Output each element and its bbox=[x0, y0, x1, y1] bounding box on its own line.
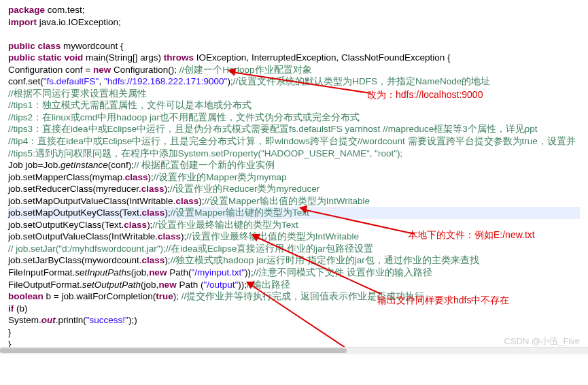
text: (conf); bbox=[108, 160, 134, 170]
comment: //根据不同运行要求设置相关属性 bbox=[8, 88, 147, 99]
string: "/output" bbox=[203, 280, 238, 290]
text: Configuration conf = bbox=[8, 65, 93, 75]
comment: //输出路径 bbox=[247, 280, 290, 290]
comment: //设置作业最终输出键的类型为Text bbox=[152, 220, 298, 230]
code-line: job.setMapperClass(mymap.class);//设置作业的M… bbox=[8, 171, 580, 184]
code-line: Configuration conf = new Configuration()… bbox=[8, 64, 580, 76]
text: (job, bbox=[141, 280, 158, 290]
comment: // 根据配置创建一个新的作业实例 bbox=[134, 160, 275, 170]
keyword: new bbox=[158, 280, 176, 290]
comment: //tips3：直接在idea中或Eclipse中运行，且是伪分布式模式需要配置… bbox=[8, 124, 537, 134]
comment: // job.setJar("d:/myhdfswordcount.jar");… bbox=[8, 244, 373, 254]
keyword: class bbox=[141, 184, 165, 194]
code-line: job.setMapOutputValueClass(IntWritable.c… bbox=[8, 195, 580, 207]
keyword: throws bbox=[164, 52, 194, 63]
code-line: public class mywordcount { bbox=[8, 40, 580, 52]
keyword: if bbox=[8, 303, 14, 314]
comment: //tips5:遇到访问权限问题，在程序中添加System.setPropert… bbox=[8, 148, 402, 158]
code-line: System.out.println("success!");) bbox=[8, 314, 580, 327]
text: job.setOutputValueClass(IntWritable. bbox=[8, 231, 158, 241]
comment: //独立模式或hadoop jar运行时用 指定作业的jar包，通过作业的主类来… bbox=[171, 255, 479, 265]
text: FileInputFormat. bbox=[8, 267, 75, 278]
text: Configuration(); bbox=[111, 65, 179, 75]
comment: //设置文件系统的默认类型为HDFS，并指定NameNode的地址 bbox=[233, 76, 491, 86]
code-line-highlighted: job.setMapOutputKeyClass(Text.class);//设… bbox=[8, 207, 580, 219]
text: job.setMapOutputValueClass(IntWritable. bbox=[8, 196, 175, 206]
code-line: public static void main(String[] args) t… bbox=[8, 52, 580, 64]
code-line: // job.setJar("d:/myhdfswordcount.jar");… bbox=[8, 243, 580, 255]
text: job.setJarByClass(mywordcount. bbox=[8, 255, 142, 265]
code-line: //tips2：在linux或cmd中用hadoop jar也不用配置属性，文件… bbox=[8, 112, 580, 124]
keyword: class bbox=[125, 172, 148, 182]
text: Path( bbox=[167, 267, 191, 278]
text: ); bbox=[165, 184, 170, 194]
keyword: class bbox=[175, 196, 198, 206]
string: "hdfs://192.168.222.171:9000" bbox=[104, 76, 228, 86]
text: );) bbox=[128, 315, 137, 325]
comment: //设置作业的Mapper类为mymap bbox=[154, 172, 287, 182]
code-line: //tips3：直接在idea中或Eclipse中运行，且是伪分布式模式需要配置… bbox=[8, 123, 580, 135]
code-line: job.setJarByClass(mywordcount.class);//独… bbox=[8, 254, 580, 267]
text: } bbox=[8, 327, 12, 337]
text: IOException, InterruptedException, Class… bbox=[194, 52, 450, 63]
code-line: //tip4：直接在idea中或Eclipse中运行，且是完全分布式计算，即wi… bbox=[8, 135, 580, 148]
code-line: Job job=Job.getInstance(conf);// 根据配置创建一… bbox=[8, 159, 580, 171]
text: ); bbox=[165, 255, 170, 265]
static-field: out bbox=[41, 315, 56, 325]
text: FileOutputFormat. bbox=[8, 280, 82, 290]
text: job.setMapperClass(mymap. bbox=[8, 172, 125, 182]
keyword: public class bbox=[8, 41, 60, 51]
string: "fs.defaultFS" bbox=[44, 76, 99, 86]
comment: //tips1：独立模式无需配置属性，文件可以是本地或分布式 bbox=[8, 100, 252, 110]
text: ); bbox=[148, 172, 154, 182]
text: )); bbox=[238, 280, 247, 290]
comment: //设置Mapper输出值的类型为IntWritable bbox=[204, 196, 370, 206]
comment: //设置作业的Reducer类为myreducer bbox=[170, 184, 319, 194]
comment: //tip4：直接在idea中或Eclipse中运行，且是完全分布式计算，即wi… bbox=[8, 136, 576, 146]
string: "/myinput.txt" bbox=[191, 267, 245, 278]
annotation-text: 输出文件同样要求hdfs中不存在 bbox=[377, 294, 509, 306]
text: ); bbox=[173, 291, 181, 301]
horizontal-scrollbar[interactable] bbox=[0, 347, 588, 354]
keyword: class bbox=[124, 220, 147, 230]
keyword: class bbox=[142, 207, 165, 218]
text: ); bbox=[165, 207, 170, 218]
keyword: package bbox=[8, 5, 45, 15]
code-line: FileOutputFormat.setOutputPath(job,new P… bbox=[8, 279, 580, 291]
comment: //tips2：在linux或cmd中用hadoop jar也不用配置属性，文件… bbox=[8, 112, 360, 122]
text: , bbox=[99, 76, 104, 86]
text: (b) bbox=[14, 303, 27, 314]
code-line: //tips1：独立模式无需配置属性，文件可以是本地或分布式 bbox=[8, 99, 580, 112]
text: b = job.waitForCompletion( bbox=[44, 291, 156, 301]
keyword: import bbox=[8, 17, 37, 27]
keyword: public static void bbox=[8, 52, 83, 63]
comment: //设置作业最终输出值的类型为IntWritable bbox=[186, 231, 359, 241]
comment: //设置Mapper输出键的类型为Text bbox=[171, 207, 309, 218]
annotation-text: 改为：hdfs://localhost:9000 bbox=[367, 88, 483, 101]
text: (job, bbox=[131, 267, 149, 278]
code-line: FileInputFormat.setInputPaths(job,new Pa… bbox=[8, 267, 580, 279]
text: .println( bbox=[56, 315, 86, 325]
watermark: CSDN @小伍_Five bbox=[504, 336, 580, 348]
code-line: } bbox=[8, 327, 580, 339]
text: job.setOutputKeyClass(Text. bbox=[8, 220, 124, 230]
text: ); bbox=[227, 76, 232, 86]
keyword: new bbox=[93, 65, 111, 75]
string: "success!" bbox=[86, 315, 128, 325]
code-line: package com.test; bbox=[8, 4, 580, 16]
text: Job job=Job. bbox=[8, 160, 60, 170]
code-line: //tips5:遇到访问权限问题，在程序中添加System.setPropert… bbox=[8, 148, 580, 160]
static-method: setOutputPath bbox=[82, 280, 141, 290]
text: conf.set( bbox=[8, 76, 44, 86]
text: Path ( bbox=[177, 280, 204, 290]
blank-line bbox=[8, 28, 580, 40]
code-line: job.setReducerClass(myreducer.class);//设… bbox=[8, 183, 580, 195]
keyword: boolean bbox=[8, 291, 44, 301]
keyword: class bbox=[142, 255, 165, 265]
text: mywordcount { bbox=[60, 41, 123, 51]
keyword: new bbox=[149, 267, 167, 278]
text: System. bbox=[8, 315, 41, 325]
keyword: true bbox=[156, 291, 173, 301]
static-method: getInstance bbox=[60, 160, 108, 170]
comment: //注意不同模式下文件 设置作业的输入路径 bbox=[254, 267, 432, 278]
